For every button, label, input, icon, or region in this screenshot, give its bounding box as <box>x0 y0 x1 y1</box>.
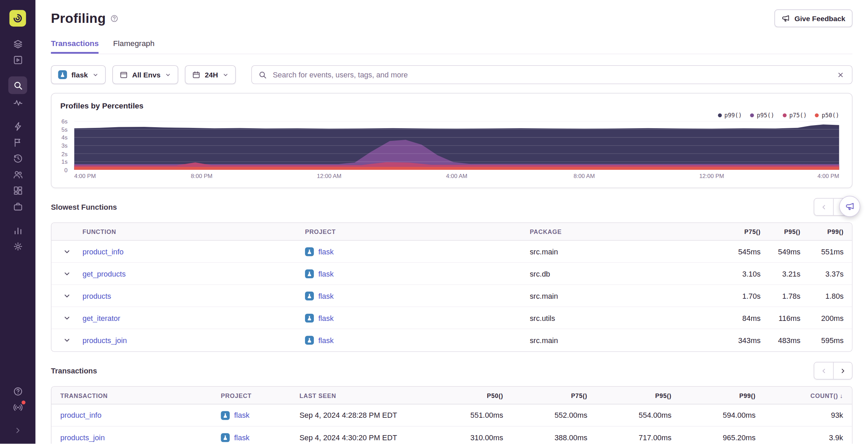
table-header-row: FUNCTION PROJECT PACKAGE P75() P95() P99… <box>52 223 852 241</box>
expand-row-button[interactable] <box>52 241 83 263</box>
function-link[interactable]: get_products <box>83 270 305 278</box>
help-icon <box>13 386 23 397</box>
sidebar-item-settings[interactable] <box>8 238 27 254</box>
table-row: products_join flask Sep 4, 2024 4:30:20 … <box>52 427 852 444</box>
legend-item-p75[interactable]: p75() <box>783 112 807 118</box>
function-link[interactable]: product_info <box>83 248 305 256</box>
sidebar-item-alerts[interactable] <box>8 118 27 134</box>
briefcase-icon <box>13 202 23 212</box>
next-page-button[interactable] <box>833 362 852 379</box>
megaphone-icon <box>845 202 855 211</box>
col-p99[interactable]: P99() <box>671 392 756 398</box>
transactions-table: TRANSACTION PROJECT LAST SEEN P50() P75(… <box>51 386 852 444</box>
p99-cell: 595ms <box>800 336 844 344</box>
sidebar-item-performance[interactable] <box>8 94 27 110</box>
project-link[interactable]: flask <box>318 292 334 300</box>
project-link[interactable]: flask <box>234 433 249 442</box>
transaction-link[interactable]: products_join <box>52 433 221 442</box>
legend-item-p99[interactable]: p99() <box>718 112 742 118</box>
project-link[interactable]: flask <box>318 248 334 256</box>
legend-item-p95[interactable]: p95() <box>750 112 775 118</box>
project-filter-button[interactable]: flask <box>51 65 105 84</box>
area-chart-svg <box>74 121 839 170</box>
p95-cell: 717.00ms <box>587 433 671 442</box>
environment-filter-button[interactable]: All Envs <box>112 65 178 84</box>
app-root: Profiling Give Feedback Transactions Fla… <box>0 0 868 444</box>
flask-platform-icon <box>305 269 314 278</box>
expand-row-button[interactable] <box>52 307 83 329</box>
col-project: PROJECT <box>221 392 299 398</box>
sort-desc-icon: ↓ <box>840 392 843 398</box>
legend-dot <box>718 113 722 117</box>
search-input[interactable] <box>272 70 831 79</box>
floating-feedback-button[interactable] <box>839 196 860 217</box>
legend-item-p50[interactable]: p50() <box>815 112 839 118</box>
tab-transactions[interactable]: Transactions <box>51 39 99 54</box>
stack-icon <box>13 39 23 49</box>
col-p75[interactable]: P75() <box>503 392 588 398</box>
sidebar-nav <box>8 36 27 254</box>
tab-flamegraph[interactable]: Flamegraph <box>113 39 155 54</box>
table-row: get_iterator flask src.utils 84ms 116ms … <box>52 307 852 329</box>
flask-platform-icon <box>305 247 314 256</box>
prev-page-button[interactable] <box>814 362 833 379</box>
sidebar-item-user-groups[interactable] <box>8 166 27 182</box>
table-row: get_products flask src.db 3.10s 3.21s 3.… <box>52 263 852 285</box>
sidebar-collapse-button[interactable] <box>8 422 27 438</box>
p99-cell: 594.00ms <box>671 411 756 419</box>
pulse-icon <box>13 98 23 108</box>
col-count-sorted[interactable]: COUNT() ↓ <box>756 392 843 398</box>
filter-bar: flask All Envs 24H <box>51 65 852 84</box>
transaction-link[interactable]: product_info <box>52 411 221 419</box>
sidebar-item-stats[interactable] <box>8 222 27 238</box>
window-icon <box>119 71 128 79</box>
col-p50[interactable]: P50() <box>419 392 503 398</box>
sidebar-item-dashboards[interactable] <box>8 182 27 198</box>
give-feedback-button[interactable]: Give Feedback <box>775 10 852 27</box>
project-link[interactable]: flask <box>318 270 334 278</box>
function-link[interactable]: get_iterator <box>83 314 305 322</box>
expand-row-button[interactable] <box>52 329 83 351</box>
function-link[interactable]: products <box>83 292 305 300</box>
expand-row-button[interactable] <box>52 263 83 285</box>
sentry-logo[interactable] <box>10 10 26 27</box>
help-button[interactable] <box>8 383 27 399</box>
date-range-filter-button[interactable]: 24H <box>185 65 236 84</box>
sidebar-item-releases[interactable] <box>8 52 27 68</box>
expand-row-button[interactable] <box>52 285 83 307</box>
col-p95[interactable]: P95() <box>587 392 671 398</box>
p99-cell: 3.37s <box>800 270 844 278</box>
sidebar-item-explore[interactable] <box>8 76 27 94</box>
sidebar-item-projects[interactable] <box>8 198 27 214</box>
sidebar-item-feedback[interactable] <box>8 134 27 150</box>
users-icon <box>13 169 23 180</box>
date-range-filter-label: 24H <box>205 71 218 79</box>
project-link[interactable]: flask <box>234 411 249 419</box>
transactions-pagination <box>814 362 853 380</box>
profiles-by-percentiles-panel: Profiles by Percentiles p99() p95() p75(… <box>51 93 852 188</box>
chevron-down-icon <box>63 248 71 256</box>
chevron-right-icon <box>839 367 847 374</box>
y-axis: 6s 5s 4s 3s 2s 1s 0 <box>52 121 71 170</box>
project-filter-label: flask <box>71 71 88 79</box>
p75-cell: 343ms <box>712 336 761 344</box>
project-link[interactable]: flask <box>318 314 334 322</box>
chevron-down-icon <box>222 72 229 78</box>
sidebar-item-replays[interactable] <box>8 150 27 166</box>
page-title: Profiling <box>51 11 106 26</box>
sidebar-item-issues[interactable] <box>8 36 27 52</box>
last-seen-cell: Sep 4, 2024 4:28:28 PM EDT <box>300 411 419 419</box>
package-cell: src.main <box>519 336 712 344</box>
clear-search-button[interactable] <box>836 70 845 79</box>
chevron-down-icon <box>165 72 171 78</box>
prev-page-button[interactable] <box>814 198 833 215</box>
project-link[interactable]: flask <box>318 336 334 344</box>
col-p99: P99() <box>800 228 844 235</box>
tab-bar: Transactions Flamegraph <box>51 39 852 54</box>
flask-glyph <box>60 72 65 77</box>
legend-dot <box>750 113 754 117</box>
col-package: PACKAGE <box>519 228 712 235</box>
close-icon <box>837 71 844 78</box>
page-help-button[interactable] <box>110 14 118 22</box>
function-link[interactable]: products_join <box>83 336 305 344</box>
